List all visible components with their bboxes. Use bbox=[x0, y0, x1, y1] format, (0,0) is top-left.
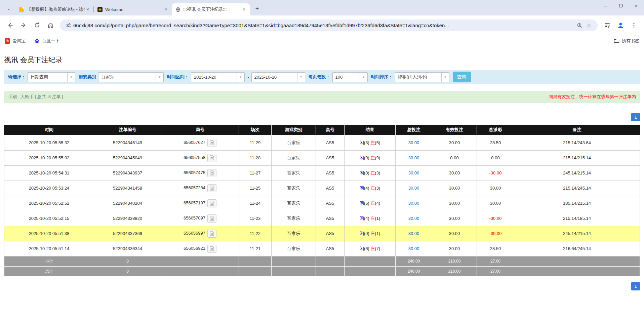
cell-time: 2025-10-20 05:55:02 bbox=[4, 150, 94, 165]
cell-game-type: 百家乐 bbox=[272, 226, 316, 241]
cell-bet-id: 522904345049 bbox=[94, 150, 161, 165]
chevron-down-icon[interactable]: ▼ bbox=[441, 73, 449, 82]
tab-forum[interactable]: 【新提醒】海燕策略论坛 - 综合 × bbox=[15, 3, 93, 15]
url-text[interactable]: 66cxkj98.com/ipl/portal.php/game/betreco… bbox=[73, 23, 575, 28]
zoom-icon[interactable] bbox=[575, 21, 584, 30]
cell-valid-bet: 30.00 bbox=[432, 196, 477, 211]
total-bet-link[interactable]: 30.00 bbox=[408, 246, 419, 251]
media-controls-button[interactable] bbox=[601, 19, 613, 31]
cell-time: 2025-10-20 05:52:15 bbox=[4, 211, 94, 226]
video-file-icon bbox=[210, 186, 214, 191]
video-replay-button[interactable] bbox=[207, 154, 216, 162]
kebab-menu-icon bbox=[631, 23, 637, 28]
result-player: 闲 bbox=[360, 186, 364, 191]
video-replay-button[interactable] bbox=[207, 230, 216, 238]
tab-search-button[interactable]: ⌄ bbox=[4, 3, 13, 13]
table-body: 2025-10-20 05:55:32522904346149656057627… bbox=[4, 135, 640, 256]
chevron-down-icon[interactable]: ▼ bbox=[67, 73, 75, 82]
total-bet-link[interactable]: 30.00 bbox=[408, 186, 419, 191]
bookmark-baidu[interactable]: 百度一下 bbox=[34, 38, 59, 44]
summary-notice: 同局有效投注，统一计算在该局第一张注单内 bbox=[549, 94, 636, 100]
query-type-dropdown[interactable]: 日期查询 ▼ bbox=[28, 72, 75, 82]
close-icon: × bbox=[635, 3, 638, 8]
video-replay-button[interactable] bbox=[207, 139, 216, 147]
pagination-page-1[interactable]: 1 bbox=[631, 282, 640, 290]
cell-result: 闲(4) 庄(1) bbox=[345, 211, 396, 226]
chevron-down-icon[interactable]: ▼ bbox=[237, 73, 244, 82]
result-banker: 庄 bbox=[370, 231, 375, 236]
minimize-button[interactable]: – bbox=[598, 0, 613, 11]
refresh-button[interactable] bbox=[31, 19, 43, 31]
pagination-page-1[interactable]: 1 bbox=[631, 113, 640, 121]
close-icon[interactable]: × bbox=[163, 6, 169, 12]
cell-note: 216.64/245.14 bbox=[514, 241, 640, 256]
maximize-button[interactable] bbox=[613, 0, 629, 11]
close-icon[interactable]: × bbox=[241, 6, 247, 12]
video-replay-button[interactable] bbox=[207, 184, 216, 192]
forward-button[interactable] bbox=[18, 19, 29, 31]
video-file-icon bbox=[210, 231, 214, 236]
profile-button[interactable] bbox=[615, 19, 626, 31]
cell-note: 215.14/185.14 bbox=[514, 211, 640, 226]
cell-valid-bet: 30.00 bbox=[432, 226, 477, 241]
payout-value: 30.00 bbox=[490, 186, 501, 191]
game-type-dropdown[interactable]: 百家乐 ▼ bbox=[98, 72, 164, 82]
date-to-picker[interactable]: 2025-10-20 ▼ bbox=[251, 72, 305, 82]
close-window-button[interactable]: × bbox=[629, 0, 644, 11]
table-header-row: 时间 注单编号 局号 场次 游戏类别 桌号 结果 总投注 有效投注 总派彩 备注 bbox=[4, 125, 640, 135]
total-bet-link[interactable]: 30.00 bbox=[408, 140, 419, 145]
date-from-picker[interactable]: 2025-10-20 ▼ bbox=[191, 72, 245, 82]
result-banker: 庄 bbox=[370, 140, 375, 145]
total-bet-link[interactable]: 30.00 bbox=[408, 216, 419, 221]
profile-icon bbox=[617, 22, 624, 29]
chevron-down-icon[interactable]: ▼ bbox=[156, 73, 163, 82]
tab-title: 【新提醒】海燕策略论坛 - 综合 bbox=[27, 6, 85, 12]
round-id: 656057197 bbox=[184, 200, 205, 205]
video-replay-button[interactable] bbox=[207, 169, 216, 177]
site-settings-icon[interactable] bbox=[64, 21, 73, 30]
home-button[interactable] bbox=[45, 19, 56, 31]
subtotal-row: 小计 8 240.00 210.00 27.00 bbox=[4, 256, 640, 266]
chevron-down-icon[interactable]: ▼ bbox=[297, 73, 305, 82]
cell-payout: 28.50 bbox=[477, 241, 514, 256]
cell-result: 闲(5) 庄(4) bbox=[345, 196, 396, 211]
cell-total-bet: 30.00 bbox=[396, 241, 432, 256]
window-controls: – × bbox=[598, 0, 644, 11]
menu-button[interactable] bbox=[628, 19, 640, 31]
all-bookmarks-button[interactable]: 所有书签 bbox=[614, 38, 639, 44]
table-row: 2025-10-20 05:52:15522904338820656057097… bbox=[4, 211, 640, 226]
chevron-down-icon[interactable]: ▼ bbox=[360, 73, 367, 82]
close-icon[interactable]: × bbox=[85, 6, 91, 12]
sort-label: 时间排序： bbox=[371, 74, 393, 80]
total-bet-link[interactable]: 30.00 bbox=[408, 201, 419, 206]
address-bar[interactable]: 66cxkj98.com/ipl/portal.php/game/betreco… bbox=[60, 19, 598, 31]
bookmark-star-button[interactable]: ☆ bbox=[584, 21, 594, 30]
total-bet-link[interactable]: 30.00 bbox=[408, 155, 419, 160]
video-replay-button[interactable] bbox=[207, 245, 216, 253]
sort-dropdown[interactable]: 降幂(由大到小) ▼ bbox=[395, 72, 449, 82]
tab-welcome[interactable]: Welcome × bbox=[94, 3, 172, 15]
cell-result: 闲(9) 庄(9) bbox=[345, 150, 396, 165]
round-id: 656057627 bbox=[184, 140, 205, 145]
tab-bet-records[interactable]: :::视讯 会员下注纪录::: × bbox=[172, 3, 250, 15]
back-button[interactable] bbox=[4, 19, 16, 31]
game-type-value: 百家乐 bbox=[98, 73, 156, 82]
new-tab-button[interactable]: + bbox=[252, 4, 262, 13]
table-summary: 小计 8 240.00 210.00 27.00 总计 8 240.00 210… bbox=[4, 256, 640, 276]
total-bet-link[interactable]: 30.00 bbox=[408, 170, 419, 175]
cell-result: 闲(4) 庄(3) bbox=[345, 181, 396, 196]
search-button[interactable]: 查询 bbox=[453, 72, 471, 82]
media-controls-icon bbox=[604, 22, 610, 29]
page-title: 视讯 会员下注纪录 bbox=[4, 55, 640, 65]
video-replay-button[interactable] bbox=[207, 199, 216, 207]
page-size-dropdown[interactable]: 100 ▼ bbox=[332, 72, 368, 82]
bet-records-table: 时间 注单编号 局号 场次 游戏类别 桌号 结果 总投注 有效投注 总派彩 备注… bbox=[4, 125, 640, 277]
total-count: 8 bbox=[94, 266, 161, 276]
total-bet-link[interactable]: 30.00 bbox=[408, 231, 419, 236]
summary-bar: 币别 : 人民币 | 总共 :8 注单 | 同局有效投注，统一计算在该局第一张注… bbox=[4, 91, 640, 103]
cell-payout: -30.00 bbox=[477, 165, 514, 181]
bookmark-aitaobao[interactable]: 淘 爱淘宝 bbox=[5, 38, 26, 44]
cell-time: 2025-10-20 05:52:52 bbox=[4, 196, 94, 211]
cell-bet-id: 522904340204 bbox=[94, 196, 161, 211]
video-replay-button[interactable] bbox=[207, 214, 216, 223]
